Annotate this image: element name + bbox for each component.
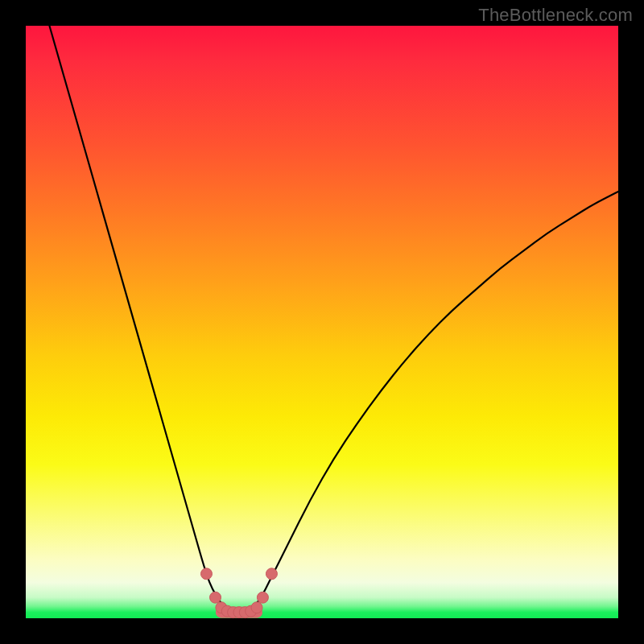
chart-frame: TheBottleneck.com xyxy=(0,0,644,644)
marker-dot xyxy=(210,592,221,603)
marker-dot xyxy=(200,568,212,580)
marker-dot xyxy=(251,602,262,613)
marker-dot xyxy=(257,592,268,603)
highlighted-points xyxy=(200,568,277,618)
marker-dot xyxy=(266,568,277,580)
bottleneck-curve xyxy=(49,26,618,613)
curve-layer xyxy=(26,26,618,618)
plot-area xyxy=(26,26,618,618)
watermark-text: TheBottleneck.com xyxy=(478,5,633,26)
